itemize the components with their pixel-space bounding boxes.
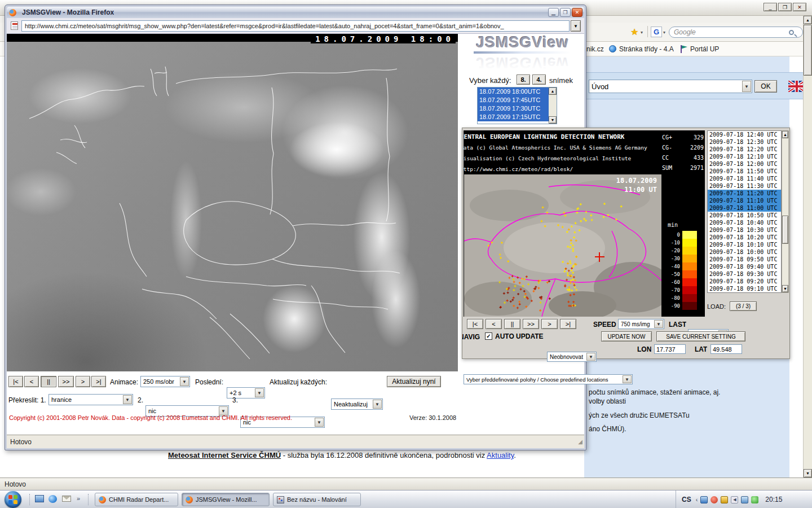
time-list-item[interactable]: 2009-07-18 12:20 UTC [708,146,781,153]
frame-list-item[interactable]: 18.07.2009 18:00UTC [478,87,557,96]
frame-list-item[interactable]: 18.07.2009 17:45UTC [478,96,557,104]
time-list-item[interactable]: 2009-07-18 09:50 UTC [708,256,781,263]
time-list-item-selected[interactable]: 2009-07-18 11:00 UTC [708,204,781,212]
bookmark-item[interactable]: Portál UP [690,45,719,53]
fw-titlebar[interactable]: JSMSGView - Mozilla Firefox ▁ ❐ ✕ [7,7,584,18]
quicklaunch-separator[interactable] [29,494,31,505]
scroll-up-icon[interactable]: ▲ [549,87,557,95]
every-8-button[interactable]: 8. [517,75,530,85]
frame-list-item[interactable]: 18.07.2009 17:15UTC [478,113,557,121]
satellite-image[interactable]: 18.07.2009 18:00 [7,34,458,371]
every-4-button[interactable]: 4. [532,75,546,85]
chevron-down-icon[interactable]: ▼ [742,81,751,92]
ldn-last-button[interactable]: >| [560,319,576,329]
time-list-item[interactable]: 2009-07-18 10:30 UTC [708,226,781,234]
time-list-item[interactable]: 2009-07-18 11:40 UTC [708,175,781,182]
time-list-item[interactable]: 2009-07-18 10:10 UTC [708,241,781,248]
bg-minimize-button[interactable]: _ [764,3,777,11]
bookmark-star-dropdown-icon[interactable]: ▾ [641,30,643,35]
time-list-item[interactable]: 2009-07-18 10:40 UTC [708,219,781,226]
tray-network-icon[interactable] [700,496,708,503]
ldn-first-button[interactable]: |< [467,319,483,329]
refresh-select[interactable]: Neobnovovat▼ [547,352,597,362]
search-magnifier-icon[interactable] [789,30,794,35]
tray-display-icon[interactable] [741,496,748,503]
next-frame-button[interactable]: > [76,376,90,387]
url-input[interactable] [21,20,570,32]
scroll-down-icon[interactable]: ▼ [782,285,788,292]
scroll-down-icon[interactable]: ▼ [804,469,812,478]
frame-list-item[interactable]: 18.07.2009 17:30UTC [478,104,557,113]
bg-page-scrollbar[interactable]: ▲ ▼ [803,16,812,478]
scroll-down-icon[interactable]: ▼ [549,116,557,124]
quicklaunch-mail-icon[interactable] [62,496,71,502]
time-list-item[interactable]: 2009-07-18 11:30 UTC [708,182,781,190]
load-count-button[interactable]: (3 / 3) [730,301,757,311]
time-list-item[interactable]: 2009-07-18 10:20 UTC [708,234,781,241]
task-jsmsgview[interactable]: JSMSGView - Mozill... [182,493,270,506]
time-list-item[interactable]: 2009-07-18 12:30 UTC [708,138,781,146]
bg-maximize-button[interactable]: ❐ [778,3,792,11]
tray-volume-icon[interactable]: ◄ [731,496,738,503]
task-paint[interactable]: Bez názvu - Malování [273,493,361,506]
chevron-down-icon[interactable]: ▼ [586,353,595,361]
lightning-map[interactable]: 18.07.2009 11:00 UT [464,174,661,317]
quicklaunch-show-desktop-icon[interactable] [35,495,44,502]
frame-listbox[interactable]: 18.07.2009 18:00UTC 18.07.2009 17:45UTC … [477,87,557,124]
tray-antivirus-icon[interactable] [710,496,718,503]
time-list-item-selected[interactable]: 2009-07-18 11:20 UTC [708,190,781,197]
ldn-next-button[interactable]: > [541,319,558,329]
time-list-item[interactable]: 2009-07-18 11:50 UTC [708,168,781,175]
chevron-down-icon[interactable]: ▼ [623,375,632,383]
bookmark-star-icon[interactable]: ★ [630,27,638,37]
time-list-item[interactable]: 2009-07-18 12:00 UTC [708,160,781,168]
aktualizuj-nyni-button[interactable]: Aktualizuj nyní [387,376,441,387]
quicklaunch-expand-chevron-icon[interactable]: » [77,495,80,502]
lat-input[interactable] [710,344,742,354]
bg-close-button[interactable]: ✕ [793,3,806,11]
time-list-item[interactable]: 2009-07-18 09:10 UTC [708,285,781,292]
auto-update-checkbox[interactable]: ✓ [485,332,492,340]
time-list-item[interactable]: 2009-07-18 12:40 UTC [708,131,781,138]
time-list-item[interactable]: 2009-07-18 12:10 UTC [708,153,781,160]
quicklaunch-browser-icon[interactable] [48,495,57,503]
time-list[interactable]: 2009-07-18 12:40 UTC 2009-07-18 12:30 UT… [707,130,782,293]
ldn-prev-button[interactable]: < [486,319,502,329]
google-g-icon[interactable]: G [651,27,662,37]
chevron-down-icon[interactable]: ▼ [180,377,189,386]
bookmark-item[interactable]: Stránka třídy - 4.A [619,45,674,53]
language-indicator[interactable]: CS [682,496,691,503]
time-list-scrollbar[interactable]: ▲ ▼ [782,130,789,293]
chevron-down-icon[interactable]: ▼ [123,395,132,404]
tasklist-separator[interactable] [88,494,90,505]
google-dropdown-icon[interactable]: ▾ [663,30,665,35]
scroll-up-icon[interactable]: ▲ [804,16,812,24]
save-setting-button[interactable]: SAVE CURRENT SETTING [656,331,745,341]
google-search-input[interactable] [674,28,785,36]
aktuality-link[interactable]: Aktuality [487,451,514,459]
time-list-item[interactable]: 2009-07-18 09:40 UTC [708,263,781,270]
overlay1-select[interactable]: hranice▼ [48,394,133,405]
frame-list-scrollbar[interactable]: ▲ ▼ [549,87,557,124]
task-chmi-radar[interactable]: CHMI Radar Depart... [95,493,178,506]
last-frame-button[interactable]: >| [91,376,106,387]
predefined-locations-select[interactable]: Vyber předdefinované polohy / Choose pre… [464,374,633,384]
chevron-down-icon[interactable]: ▼ [654,320,663,328]
time-list-item[interactable]: 2009-07-18 09:30 UTC [708,270,781,278]
page-section-select[interactable]: Úvod ▼ [589,80,752,93]
minimize-button[interactable]: ▁ [548,8,559,17]
ldn-pause-button[interactable]: || [504,319,520,329]
speed-select[interactable]: 750 ms/img▼ [618,319,664,329]
tray-update-shield-icon[interactable] [721,496,728,503]
maximize-button[interactable]: ❐ [560,8,571,17]
prev-frame-button[interactable]: < [24,376,39,387]
time-list-item-selected[interactable]: 2009-07-18 11:10 UTC [708,197,781,204]
ok-button[interactable]: OK [754,80,777,93]
update-now-button[interactable]: UPDATE NOW [601,331,652,341]
first-frame-button[interactable]: |< [8,376,23,387]
lon-input[interactable] [654,344,686,354]
start-button[interactable] [5,491,21,508]
animace-select[interactable]: 250 ms/obr▼ [140,376,190,387]
tray-clock[interactable]: 20:15 [765,496,782,503]
time-list-item[interactable]: 2009-07-18 10:00 UTC [708,248,781,256]
